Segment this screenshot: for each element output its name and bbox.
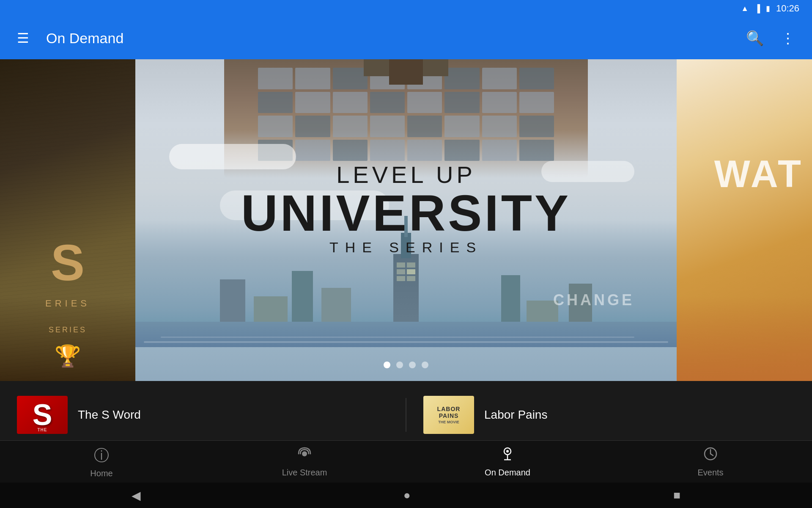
content-divider <box>406 398 406 432</box>
labor-pains-thumb-image: LABOR PAINS THE MOVIE <box>423 396 474 434</box>
hero-center-card[interactable]: LEVEL UP UNIVERSITY THE SERIES <box>135 59 677 381</box>
labor-pains-title: Labor Pains <box>484 408 547 422</box>
carousel-dot-3[interactable] <box>409 362 416 368</box>
status-time: 10:26 <box>776 3 799 14</box>
hero-left-series-full: SERIES <box>0 326 135 334</box>
content-row: S THE The S Word LABOR PAINS THE MOVIE L… <box>0 389 812 440</box>
live-stream-label: Live Stream <box>282 468 327 478</box>
hero-area: S ERIES SERIES 🏆 <box>0 59 812 381</box>
nav-item-on-demand[interactable]: On Demand <box>406 442 609 482</box>
hero-title-area: LEVEL UP UNIVERSITY THE SERIES <box>135 161 677 256</box>
hero-left-trophy-icon: 🏆 <box>55 344 81 368</box>
app-title: On Demand <box>46 30 729 47</box>
nav-item-events[interactable]: Events <box>609 442 812 482</box>
home-icon: ⓘ <box>94 445 109 466</box>
nav-item-home[interactable]: ⓘ Home <box>0 441 203 483</box>
change-watermark: CHANGE <box>553 291 634 309</box>
svg-point-0 <box>302 451 307 456</box>
hero-left-s-text: S <box>0 237 135 288</box>
s-word-thumbnail: S THE <box>17 396 68 434</box>
svg-point-4 <box>506 450 509 453</box>
events-icon <box>703 446 718 465</box>
bottom-nav: ⓘ Home Live Stream On Demand <box>0 440 812 483</box>
menu-icon[interactable]: ☰ <box>17 31 29 45</box>
hero-left-card[interactable]: S ERIES SERIES 🏆 <box>0 59 135 381</box>
nav-item-live-stream[interactable]: Live Stream <box>203 442 406 482</box>
carousel-dot-4[interactable] <box>422 362 428 368</box>
search-icon[interactable]: 🔍 <box>746 30 764 47</box>
carousel-dot-2[interactable] <box>396 362 403 368</box>
on-demand-icon <box>500 446 515 465</box>
hero-right-card[interactable]: WAT <box>677 59 812 381</box>
carousel-dot-1[interactable] <box>384 362 390 368</box>
hero-right-text: WAT <box>714 152 804 196</box>
hero-university-text: UNIVERSITY <box>135 190 677 236</box>
more-icon[interactable]: ⋮ <box>781 30 795 47</box>
recent-button[interactable]: ■ <box>673 489 680 502</box>
signal-icon: ▐ <box>754 4 760 13</box>
content-item-labor-pains[interactable]: LABOR PAINS THE MOVIE Labor Pains <box>423 396 795 434</box>
hero-left-series-label: ERIES <box>0 298 135 309</box>
live-stream-icon <box>297 446 312 465</box>
battery-icon: ▮ <box>766 4 770 13</box>
on-demand-label: On Demand <box>485 468 530 478</box>
s-word-title: The S Word <box>78 408 141 422</box>
wifi-icon: ▲ <box>741 4 749 13</box>
content-item-s-word[interactable]: S THE The S Word <box>17 396 389 434</box>
android-nav: ◀ ● ■ <box>0 483 812 508</box>
svg-line-7 <box>710 454 713 456</box>
back-button[interactable]: ◀ <box>132 489 141 502</box>
home-button[interactable]: ● <box>403 489 411 502</box>
home-label: Home <box>90 469 112 478</box>
events-label: Events <box>697 468 723 478</box>
labor-pains-thumbnail: LABOR PAINS THE MOVIE <box>423 396 474 434</box>
app-bar: ☰ On Demand 🔍 ⋮ <box>0 17 812 59</box>
hero-series-text: THE SERIES <box>135 239 677 256</box>
s-word-thumb-image: S THE <box>17 396 68 434</box>
status-bar: ▲ ▐ ▮ 10:26 <box>0 0 812 17</box>
carousel-dots <box>135 362 677 368</box>
